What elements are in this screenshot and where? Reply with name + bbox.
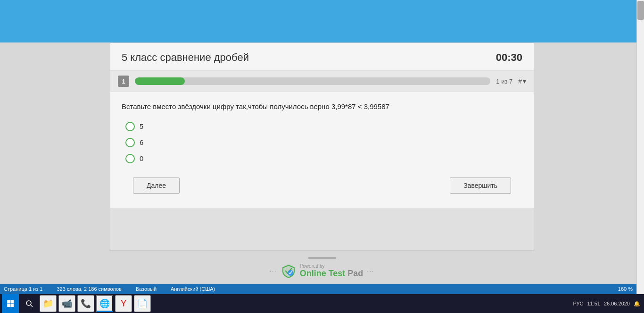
status-language: Английский (США) xyxy=(171,286,215,292)
option-label-3: 0 xyxy=(140,154,143,162)
taskbar-right: РУС 11:51 26.06.2020 🔔 xyxy=(569,301,644,307)
radio-3[interactable] xyxy=(125,154,135,163)
footer-logo-row: ··· Powered by Online Test Pad ··· xyxy=(270,263,375,279)
taskbar-date: 26.06.2020 xyxy=(604,301,630,306)
zoom-button[interactable]: 📹 xyxy=(58,295,75,312)
taskbar-time: 11:51 xyxy=(587,301,600,306)
footer-logo-text: Powered by Online Test Pad xyxy=(300,263,363,279)
svg-rect-2 xyxy=(7,300,10,304)
svg-line-7 xyxy=(31,305,33,307)
option-label-1: 5 xyxy=(140,122,143,130)
finish-button[interactable]: Завершить xyxy=(450,178,511,194)
windows-button[interactable] xyxy=(2,294,19,313)
taskbar: 📁 📹 📞 🌐 Y 📄 РУС 11:51 26.06.2020 🔔 xyxy=(0,294,644,313)
answer-option-1[interactable]: 5 xyxy=(125,122,522,131)
yandex-button[interactable]: Y xyxy=(115,295,132,312)
quiz-timer: 00:30 xyxy=(496,51,522,64)
footer: ··· Powered by Online Test Pad ··· xyxy=(0,251,644,282)
svg-rect-4 xyxy=(7,304,10,307)
scrollbar-thumb[interactable] xyxy=(637,1,644,20)
quiz-title: 5 класс сравнение дробей xyxy=(122,51,249,64)
footer-logo-icon xyxy=(281,263,296,279)
quiz-header: 5 класс сравнение дробей 00:30 xyxy=(110,43,534,71)
status-wordcount: 323 слова, 2 186 символов xyxy=(57,286,121,292)
answer-options: 5 6 0 xyxy=(122,122,522,163)
status-zoom: 160 % xyxy=(618,286,633,292)
progress-row: 1 1 из 7 # ▾ xyxy=(110,71,534,92)
footer-brand-online: Online xyxy=(300,269,329,278)
svg-rect-5 xyxy=(11,304,14,307)
question-area: Вставьте вместо звёздочки цифру так,чтоб… xyxy=(110,92,534,208)
svg-rect-3 xyxy=(11,300,14,304)
question-text: Вставьте вместо звёздочки цифру так,чтоб… xyxy=(122,102,522,112)
radio-2[interactable] xyxy=(125,138,135,147)
question-number-badge: 1 xyxy=(118,76,129,87)
buttons-row: Далее Завершить xyxy=(122,173,522,203)
quiz-card: 5 класс сравнение дробей 00:30 1 1 из 7 … xyxy=(110,42,534,251)
search-button[interactable] xyxy=(21,294,38,313)
chrome-button[interactable]: 🌐 xyxy=(96,295,113,312)
footer-brand: Online Test Pad xyxy=(300,269,363,279)
svg-point-6 xyxy=(26,301,31,305)
progress-bar-container xyxy=(135,77,490,85)
top-bar xyxy=(0,0,644,42)
status-bar: Страница 1 из 1 323 слова, 2 186 символо… xyxy=(0,284,636,294)
next-button[interactable]: Далее xyxy=(133,178,180,194)
scrollbar-area[interactable] xyxy=(636,0,644,313)
file-explorer-button[interactable]: 📁 xyxy=(40,295,57,312)
footer-brand-pad: Pad xyxy=(347,269,363,278)
taskbar-left: 📁 📹 📞 🌐 Y 📄 xyxy=(0,294,153,313)
answer-option-2[interactable]: 6 xyxy=(125,138,522,147)
status-mode: Базовый xyxy=(136,286,157,292)
footer-powered: Powered by xyxy=(300,263,325,269)
progress-text: 1 из 7 xyxy=(496,78,512,85)
card-bottom xyxy=(110,208,534,250)
chevron-down-icon: ▾ xyxy=(523,77,526,85)
windows-icon xyxy=(7,300,14,307)
taskbar-language: РУС xyxy=(573,301,583,306)
progress-bar-fill xyxy=(135,77,185,85)
hash-button[interactable]: # ▾ xyxy=(518,77,526,85)
search-icon xyxy=(25,300,33,307)
main-content: 5 класс сравнение дробей 00:30 1 1 из 7 … xyxy=(0,42,644,287)
viber-button[interactable]: 📞 xyxy=(77,295,94,312)
notification-icon[interactable]: 🔔 xyxy=(634,301,640,307)
footer-dots-right: ··· xyxy=(367,268,374,274)
footer-divider xyxy=(308,257,336,259)
option-label-2: 6 xyxy=(140,138,143,146)
status-page: Страница 1 из 1 xyxy=(4,286,42,292)
footer-dots-left: ··· xyxy=(270,268,277,274)
docs-button[interactable]: 📄 xyxy=(134,295,151,312)
footer-brand-test: Test xyxy=(329,269,348,278)
answer-option-3[interactable]: 0 xyxy=(125,154,522,163)
hash-label: # xyxy=(518,77,522,85)
radio-1[interactable] xyxy=(125,122,135,131)
